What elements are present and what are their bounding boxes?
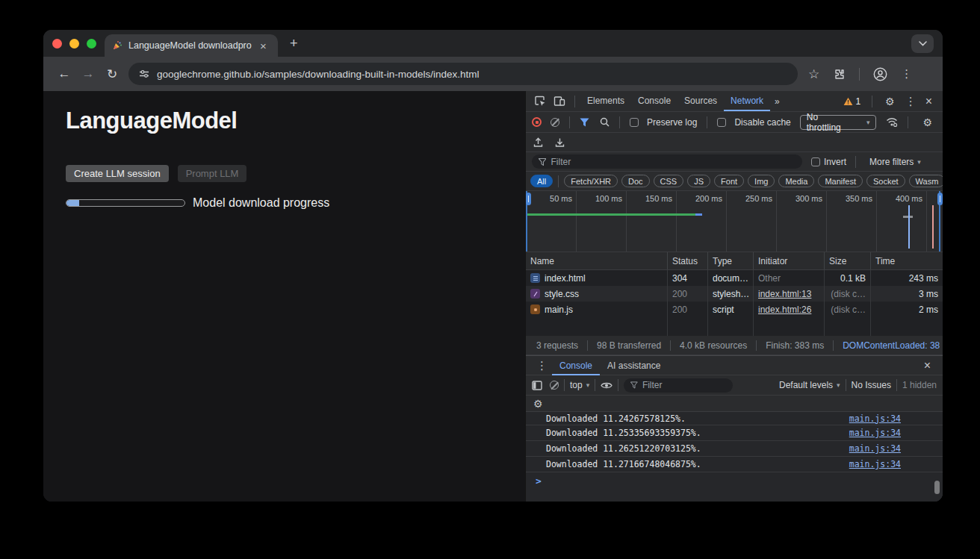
- console-context-select[interactable]: top: [570, 380, 583, 390]
- chip-js[interactable]: JS: [687, 175, 710, 187]
- default-levels-select[interactable]: Default levels: [779, 380, 833, 390]
- tab-sources[interactable]: Sources: [677, 91, 724, 111]
- minimize-window-button[interactable]: [69, 39, 79, 49]
- tick-label: 150 ms: [645, 194, 672, 203]
- source-link[interactable]: main.js:34: [849, 459, 901, 469]
- console-prompt[interactable]: >: [526, 472, 943, 489]
- reload-button[interactable]: ↻: [100, 66, 124, 82]
- chip-img[interactable]: Img: [748, 175, 775, 187]
- more-filters-button[interactable]: More filters: [869, 157, 914, 167]
- col-name[interactable]: Name: [526, 252, 668, 269]
- invert-checkbox[interactable]: [811, 157, 820, 166]
- search-icon[interactable]: [600, 117, 610, 127]
- clear-console-icon[interactable]: [550, 381, 559, 390]
- inspect-element-icon[interactable]: [530, 96, 550, 107]
- page-title: LanguageModel: [66, 107, 237, 134]
- console-message[interactable]: Downloaded 11.27166748046875%. main.js:3…: [526, 457, 943, 472]
- devtools-settings-icon[interactable]: ⚙: [881, 96, 899, 107]
- drawer-tab-console[interactable]: Console: [552, 356, 600, 375]
- request-row-main-js[interactable]: main.js 200 script index.html:26 (disk c…: [526, 302, 943, 317]
- source-link[interactable]: main.js:34: [849, 443, 901, 454]
- tab-console[interactable]: Console: [631, 91, 677, 111]
- profile-icon[interactable]: [873, 67, 887, 81]
- console-sidebar-icon[interactable]: [532, 381, 542, 390]
- drawer-tab-ai-assistance[interactable]: AI assistance: [600, 356, 668, 375]
- tab-close-icon[interactable]: ×: [260, 40, 267, 51]
- chip-all[interactable]: All: [530, 175, 553, 187]
- create-llm-session-button[interactable]: Create LLM session: [66, 165, 169, 182]
- clear-network-log-icon[interactable]: [551, 118, 559, 127]
- network-toolbar: Preserve log Disable cache No throttling…: [526, 112, 943, 133]
- bookmark-icon[interactable]: ☆: [808, 66, 819, 82]
- console-message[interactable]: Downloaded 11.26251220703125%. main.js:3…: [526, 441, 943, 457]
- back-button[interactable]: ←: [52, 66, 76, 81]
- col-initiator[interactable]: Initiator: [754, 252, 825, 269]
- device-toolbar-icon[interactable]: [550, 96, 569, 107]
- col-status[interactable]: Status: [668, 252, 708, 269]
- console-filter-input[interactable]: [642, 380, 726, 390]
- prompt-chevron-icon: >: [536, 475, 542, 487]
- initiator-link[interactable]: index.html:13: [758, 289, 811, 299]
- warning-counter[interactable]: 1: [840, 96, 863, 107]
- more-tabs-icon[interactable]: »: [770, 96, 784, 107]
- export-har-icon[interactable]: [555, 137, 565, 148]
- chip-media[interactable]: Media: [778, 175, 814, 187]
- console-message[interactable]: Downloaded 11.24267578125%. main.js:34: [526, 412, 943, 425]
- network-filter-input[interactable]: [551, 157, 796, 167]
- hidden-messages-label[interactable]: 1 hidden: [902, 380, 937, 390]
- chip-doc[interactable]: Doc: [621, 175, 650, 187]
- waterfall-bar-green: [526, 213, 695, 216]
- address-bar[interactable]: googlechrome.github.io/samples/downloadi…: [128, 63, 798, 85]
- col-size[interactable]: Size: [825, 252, 871, 269]
- chip-fetch-xhr[interactable]: Fetch/XHR: [564, 175, 618, 187]
- drawer-menu-icon[interactable]: ⋮: [532, 359, 552, 372]
- source-link[interactable]: main.js:34: [849, 413, 901, 424]
- console-messages: Downloaded 11.24267578125%. main.js:34 D…: [526, 412, 943, 502]
- close-window-button[interactable]: [52, 39, 62, 49]
- overview-right-handle[interactable]: [937, 193, 943, 205]
- chip-wasm[interactable]: Wasm: [909, 175, 943, 187]
- no-issues-label[interactable]: No Issues: [852, 380, 891, 390]
- chip-socket[interactable]: Socket: [866, 175, 905, 187]
- network-conditions-icon[interactable]: [886, 117, 898, 127]
- tick-label: 300 ms: [796, 194, 822, 203]
- scrollbar-thumb[interactable]: [934, 481, 940, 494]
- col-type[interactable]: Type: [708, 252, 754, 269]
- console-settings-icon[interactable]: ⚙: [533, 398, 543, 410]
- browser-tab[interactable]: LanguageModel downloadpro ×: [105, 34, 278, 57]
- import-har-icon[interactable]: [533, 137, 543, 148]
- network-overview-timeline[interactable]: 50 ms 100 ms 150 ms 200 ms 250 ms 300 ms…: [526, 191, 943, 252]
- preserve-log-checkbox[interactable]: [630, 118, 639, 127]
- request-row-index-html[interactable]: index.html 304 docum… Other 0.1 kB 243 m…: [526, 270, 943, 286]
- extensions-icon[interactable]: [833, 68, 846, 81]
- new-tab-button[interactable]: +: [290, 36, 298, 51]
- tick-label: 50 ms: [550, 194, 572, 203]
- devtools-menu-icon[interactable]: ⋮: [902, 95, 919, 108]
- source-link[interactable]: main.js:34: [849, 428, 901, 438]
- drawer-close-icon[interactable]: ×: [921, 359, 937, 372]
- tab-network[interactable]: Network: [724, 91, 770, 111]
- initiator-link[interactable]: index.html:26: [758, 305, 811, 315]
- live-expression-eye-icon[interactable]: [601, 381, 612, 390]
- network-settings-icon[interactable]: ⚙: [918, 116, 937, 128]
- filter-icon[interactable]: [580, 118, 589, 127]
- chip-manifest[interactable]: Manifest: [818, 175, 863, 187]
- chip-font[interactable]: Font: [714, 175, 744, 187]
- tab-elements[interactable]: Elements: [580, 91, 631, 111]
- throttling-select[interactable]: No throttling ▾: [800, 115, 877, 130]
- browser-menu-icon[interactable]: ⋮: [901, 67, 912, 81]
- resource-type-filters: All Fetch/XHR Doc CSS JS Font Img Media …: [526, 172, 943, 191]
- chip-css[interactable]: CSS: [654, 175, 684, 187]
- forward-button[interactable]: →: [76, 66, 100, 81]
- tab-search-button[interactable]: [911, 34, 934, 53]
- window-controls: [52, 39, 96, 49]
- col-time[interactable]: Time: [871, 252, 943, 269]
- devtools-close-icon[interactable]: ×: [922, 95, 938, 108]
- tab-title: LanguageModel downloadpro: [128, 40, 254, 51]
- request-row-style-css[interactable]: style.css 200 stylesh… index.html:13 (di…: [526, 286, 943, 302]
- fullscreen-window-button[interactable]: [87, 39, 96, 49]
- overview-left-handle[interactable]: [526, 193, 531, 205]
- record-network-log-icon[interactable]: [532, 117, 542, 127]
- disable-cache-checkbox[interactable]: [717, 118, 726, 127]
- console-message[interactable]: Downloaded 11.25335693359375%. main.js:3…: [526, 425, 943, 441]
